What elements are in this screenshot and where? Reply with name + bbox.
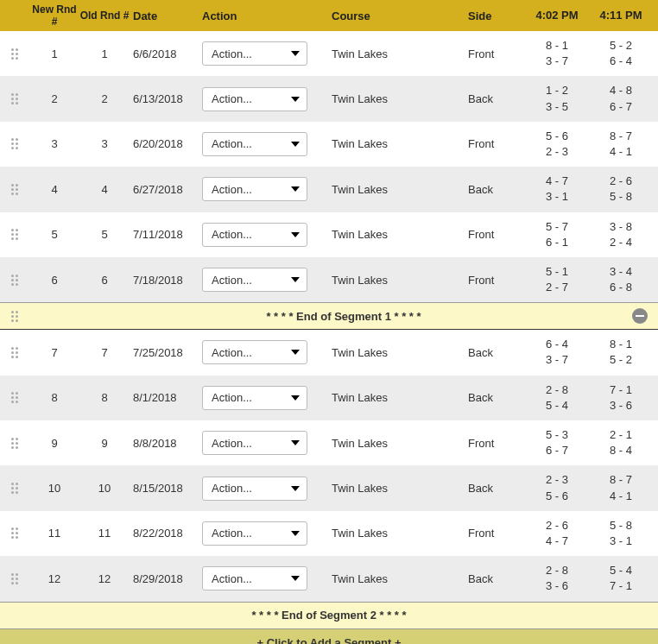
minus-icon	[636, 315, 644, 317]
cell-old-rnd: 2	[79, 92, 130, 105]
drag-handle-icon[interactable]	[8, 271, 22, 289]
cell-new-rnd: 2	[29, 92, 79, 105]
cell-new-rnd: 1	[29, 47, 79, 60]
add-segment-button[interactable]: + Click to Add a Segment +	[0, 629, 658, 645]
cell-time1: 2 - 83 - 6	[525, 563, 589, 594]
cell-date: 8/29/2018	[130, 572, 202, 585]
cell-time2: 5 - 47 - 1	[589, 563, 653, 594]
header-side: Side	[465, 9, 525, 22]
action-select[interactable]: Action...	[202, 431, 307, 455]
cell-time2: 5 - 83 - 1	[589, 518, 653, 549]
action-select[interactable]: Action...	[202, 521, 307, 546]
cell-time2: 2 - 65 - 8	[589, 174, 653, 205]
cell-date: 6/13/2018	[130, 92, 202, 105]
cell-old-rnd: 7	[79, 346, 130, 359]
cell-new-rnd: 7	[29, 346, 79, 359]
cell-time2: 8 - 74 - 1	[589, 129, 653, 160]
drag-handle-icon[interactable]	[8, 479, 22, 497]
action-select[interactable]: Action...	[202, 87, 307, 111]
segment-1-body: 116/6/2018Action...Twin LakesFront8 - 13…	[0, 31, 658, 302]
cell-side: Back	[465, 482, 525, 495]
table-row: 998/8/2018Action...Twin LakesFront5 - 36…	[0, 420, 658, 465]
cell-course: Twin Lakes	[326, 47, 465, 60]
add-segment-label: + Click to Add a Segment +	[256, 636, 401, 645]
cell-new-rnd: 12	[29, 572, 79, 585]
cell-new-rnd: 4	[29, 183, 79, 196]
action-select[interactable]: Action...	[202, 223, 307, 247]
table-row: 777/25/2018Action...Twin LakesBack6 - 43…	[0, 330, 658, 375]
cell-old-rnd: 10	[79, 482, 130, 495]
cell-side: Back	[465, 572, 525, 585]
cell-time1: 2 - 85 - 4	[525, 382, 589, 414]
cell-side: Back	[465, 391, 525, 404]
table-row: 888/1/2018Action...Twin LakesBack2 - 85 …	[0, 376, 658, 420]
cell-new-rnd: 5	[29, 228, 79, 241]
cell-side: Back	[465, 183, 525, 196]
action-select[interactable]: Action...	[202, 177, 307, 201]
table-row: 446/27/2018Action...Twin LakesBack4 - 73…	[0, 167, 658, 212]
drag-handle-icon[interactable]	[8, 434, 22, 452]
cell-time1: 4 - 73 - 1	[525, 174, 589, 205]
cell-date: 8/15/2018	[130, 482, 202, 495]
action-select[interactable]: Action...	[202, 566, 307, 590]
drag-handle-icon[interactable]	[8, 45, 22, 63]
action-select[interactable]: Action...	[202, 41, 307, 66]
cell-old-rnd: 8	[79, 391, 130, 404]
cell-time1: 1 - 23 - 5	[525, 83, 589, 114]
segment-1-label: * * * * End of Segment 1 * * * *	[29, 310, 658, 323]
action-select[interactable]: Action...	[202, 268, 307, 292]
cell-time1: 5 - 76 - 1	[525, 219, 589, 250]
header-time2: 4:11 PM	[589, 8, 653, 23]
cell-old-rnd: 11	[79, 527, 130, 540]
action-select[interactable]: Action...	[202, 386, 307, 410]
cell-side: Front	[465, 228, 525, 241]
action-select[interactable]: Action...	[202, 477, 307, 501]
drag-handle-icon[interactable]	[8, 570, 22, 588]
drag-handle-icon[interactable]	[8, 90, 22, 108]
svg-rect-0	[636, 315, 644, 317]
drag-handle-icon[interactable]	[8, 524, 22, 542]
cell-side: Front	[465, 137, 525, 150]
header-time1: 4:02 PM	[525, 8, 589, 23]
drag-handle-icon[interactable]	[8, 225, 22, 243]
cell-course: Twin Lakes	[326, 437, 465, 450]
cell-time2: 2 - 18 - 4	[589, 427, 653, 458]
table-row: 667/18/2018Action...Twin LakesFront5 - 1…	[0, 257, 658, 302]
cell-old-rnd: 1	[79, 47, 130, 60]
cell-course: Twin Lakes	[326, 391, 465, 404]
cell-course: Twin Lakes	[326, 228, 465, 241]
drag-handle-icon[interactable]	[8, 180, 22, 199]
drag-handle-icon[interactable]	[8, 135, 22, 153]
cell-side: Back	[465, 92, 525, 105]
cell-course: Twin Lakes	[326, 527, 465, 540]
cell-old-rnd: 6	[79, 274, 130, 287]
cell-side: Back	[465, 346, 525, 359]
cell-date: 7/18/2018	[130, 274, 202, 287]
cell-date: 7/11/2018	[130, 228, 202, 241]
header-date: Date	[130, 9, 202, 22]
cell-old-rnd: 5	[79, 228, 130, 241]
cell-new-rnd: 3	[29, 137, 79, 150]
header-new-rnd: New Rnd #	[29, 3, 79, 28]
cell-side: Front	[465, 47, 525, 60]
cell-date: 6/6/2018	[130, 47, 202, 60]
drag-handle-icon[interactable]	[8, 388, 22, 407]
cell-date: 8/1/2018	[130, 391, 202, 404]
cell-course: Twin Lakes	[326, 92, 465, 105]
cell-time2: 3 - 82 - 4	[589, 219, 653, 250]
cell-time1: 2 - 64 - 7	[525, 518, 589, 549]
segment-2-end: * * * * End of Segment 2 * * * *	[0, 602, 658, 629]
drag-handle-icon[interactable]	[8, 344, 22, 362]
table-row: 116/6/2018Action...Twin LakesFront8 - 13…	[0, 31, 658, 76]
cell-date: 7/25/2018	[130, 346, 202, 359]
cell-date: 6/20/2018	[130, 137, 202, 150]
action-select[interactable]: Action...	[202, 340, 307, 364]
cell-course: Twin Lakes	[326, 183, 465, 196]
header-action: Action	[202, 9, 326, 22]
cell-time1: 5 - 62 - 3	[525, 129, 589, 160]
segment-1-end: * * * * End of Segment 1 * * * *	[0, 302, 658, 330]
drag-handle-icon[interactable]	[8, 307, 22, 325]
action-select[interactable]: Action...	[202, 132, 307, 156]
cell-date: 6/27/2018	[130, 183, 202, 196]
cell-time2: 8 - 15 - 2	[589, 337, 653, 368]
